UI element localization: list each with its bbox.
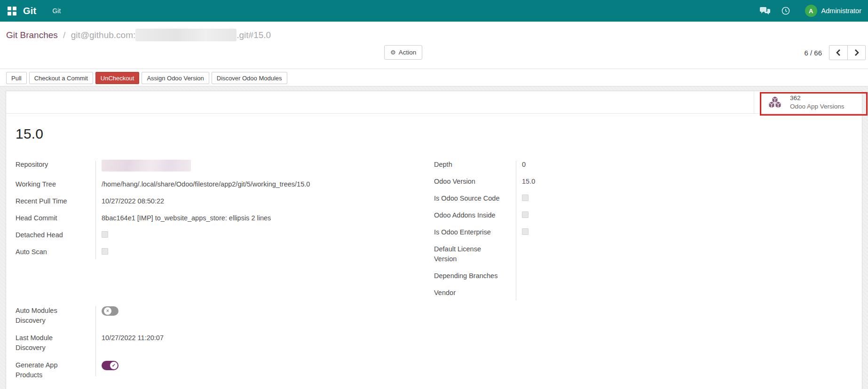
field-row-auto-modules-discovery: Auto Modules Discovery × xyxy=(16,306,434,326)
activities-clock-icon[interactable] xyxy=(781,7,790,15)
gear-icon: ⚙ xyxy=(390,49,396,56)
user-menu[interactable]: A Administrator xyxy=(805,5,861,17)
is-odoo-source-code-checkbox[interactable] xyxy=(522,194,529,201)
breadcrumb-git-branches[interactable]: Git Branches xyxy=(6,30,58,40)
avatar: A xyxy=(805,5,817,17)
form-sheet: 362 Odoo App Versions 15.0 Repository Wo… xyxy=(6,91,862,389)
stat-count: 362 xyxy=(790,94,844,102)
record-title: 15.0 xyxy=(6,114,862,142)
field-row-is-odoo-enterprise: Is Odoo Enterprise xyxy=(434,227,862,237)
field-row-head-commit: Head Commit 8bac164e1 [IMP] to_website_a… xyxy=(16,213,434,223)
pull-button[interactable]: Pull xyxy=(6,72,27,84)
cubes-icon xyxy=(767,96,782,109)
pager-count: 6 / 66 xyxy=(804,49,822,57)
odoo-addons-inside-checkbox[interactable] xyxy=(522,211,529,218)
pager-previous-button[interactable] xyxy=(829,46,847,60)
auto-scan-checkbox[interactable] xyxy=(102,248,108,255)
workflow-button-bar: Pull Checkout a Commit UnCheckout Assign… xyxy=(0,69,868,86)
control-panel: Git Branches / git@github.com:.git#15.0 … xyxy=(0,22,868,69)
pager-next-button[interactable] xyxy=(847,46,865,60)
discover-odoo-modules-button[interactable]: Discover Odoo Modules xyxy=(212,72,287,84)
odoo-app-versions-stat-button[interactable]: 362 Odoo App Versions xyxy=(754,91,862,113)
field-row-default-license-version: Default License Version xyxy=(434,244,862,264)
assign-odoo-version-button[interactable]: Assign Odoo Version xyxy=(142,72,209,84)
field-row-depth: Depth 0 xyxy=(434,160,862,170)
field-row-working-tree: Working Tree /home/hang/.local/share/Odo… xyxy=(16,179,434,189)
stat-button-box: 362 Odoo App Versions xyxy=(6,91,862,114)
field-row-recent-pull-time: Recent Pull Time 10/27/2022 08:50:22 xyxy=(16,196,434,206)
top-navbar: Git Git A Administrator xyxy=(0,0,868,22)
apps-menu-icon[interactable] xyxy=(8,7,16,16)
uncheckout-button[interactable]: UnCheckout xyxy=(95,72,140,84)
breadcrumb-record-suffix: .git#15.0 xyxy=(237,30,271,40)
checkout-a-commit-button[interactable]: Checkout a Commit xyxy=(29,72,93,84)
messages-icon[interactable] xyxy=(760,7,770,15)
detached-head-checkbox[interactable] xyxy=(102,231,108,238)
chevron-left-icon xyxy=(836,49,841,56)
field-row-last-module-discovery: Last Module Discovery 10/27/2022 11:20:0… xyxy=(16,333,434,353)
stat-label: Odoo App Versions xyxy=(790,102,844,111)
field-row-odoo-addons-inside: Odoo Addons Inside xyxy=(434,210,862,220)
field-row-odoo-version: Odoo Version 15.0 xyxy=(434,177,862,187)
breadcrumb-record-prefix: git@github.com: xyxy=(71,30,136,40)
field-row-vendor: Vendor xyxy=(434,288,862,298)
generate-app-products-toggle[interactable]: ✓ xyxy=(102,361,118,370)
user-name: Administrator xyxy=(821,7,861,15)
pager: 6 / 66 xyxy=(804,45,866,60)
field-row-auto-scan: Auto Scan xyxy=(16,247,434,257)
field-row-depending-branches: Depending Branches xyxy=(434,271,862,281)
chevron-right-icon xyxy=(854,49,860,56)
breadcrumb-separator: / xyxy=(63,30,65,40)
is-odoo-enterprise-checkbox[interactable] xyxy=(522,228,529,235)
field-row-repository: Repository xyxy=(16,160,434,174)
action-menu-button[interactable]: ⚙ Action xyxy=(384,45,422,60)
field-row-generate-app-products: Generate App Products ✓ xyxy=(16,360,434,380)
auto-modules-discovery-toggle[interactable]: × xyxy=(102,306,118,316)
app-brand[interactable]: Git xyxy=(23,6,36,16)
left-field-column: Repository Working Tree /home/hang/.loca… xyxy=(16,160,434,264)
nav-menu-git[interactable]: Git xyxy=(52,7,61,15)
right-field-column: Depth 0 Odoo Version 15.0 Is Odoo Source… xyxy=(434,160,862,305)
repository-redacted-blur xyxy=(102,160,191,171)
bottom-field-group: Auto Modules Discovery × Last Module Dis… xyxy=(6,305,862,380)
breadcrumb-redacted-blur xyxy=(135,29,237,41)
form-view-background: 362 Odoo App Versions 15.0 Repository Wo… xyxy=(0,86,868,389)
breadcrumb: Git Branches / git@github.com:.git#15.0 xyxy=(0,22,868,41)
field-row-is-odoo-source-code: Is Odoo Source Code xyxy=(434,194,862,203)
field-row-detached-head: Detached Head xyxy=(16,230,434,240)
